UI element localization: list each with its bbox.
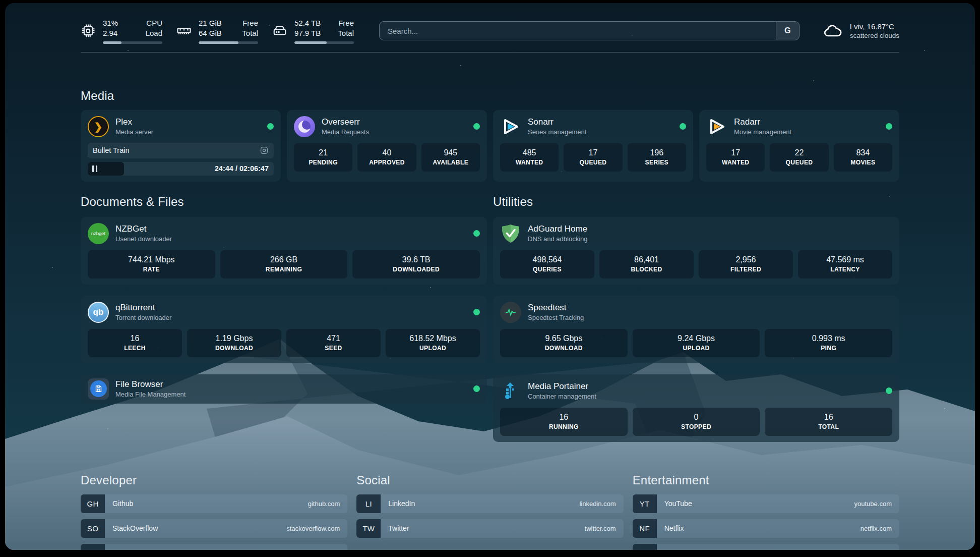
app-card-overseerr[interactable]: Overseerr Media Requests 21 PENDING 40 A… — [287, 110, 487, 182]
cpu-stat: 31% 2.94 CPU Load — [81, 18, 162, 44]
search-engine-button[interactable]: G — [776, 22, 799, 40]
stat-tile: 471 SEED — [286, 329, 381, 357]
stat-label: REMAINING — [266, 266, 302, 273]
stat-tile: 0.993 ms PING — [765, 329, 892, 357]
section-title-media: Media — [81, 89, 899, 103]
bookmark-name: Reddit — [657, 549, 685, 550]
bookmark-name: Github — [105, 499, 133, 508]
app-name: File Browser — [115, 379, 186, 389]
stat-tile: 40 APPROVED — [357, 143, 416, 172]
cpu-load-value: 2.94 — [103, 28, 132, 38]
app-card-qbittorrent[interactable]: qb qBittorrent Torrent downloader 16 LEE… — [81, 296, 487, 363]
bookmark-abbr: RE — [633, 544, 657, 550]
ram-free-label: Free — [239, 18, 258, 28]
bookmark-abbr: TW — [356, 519, 381, 538]
stat-tile: 17 QUEUED — [564, 143, 622, 172]
app-card-sonarr[interactable]: Sonarr Series management 485 WANTED 17 Q… — [493, 110, 693, 182]
stat-tile: 16 TOTAL — [765, 408, 892, 436]
disk-free-label: Free — [335, 18, 354, 28]
stat-value: 9.24 Gbps — [678, 334, 715, 343]
bookmark-github[interactable]: GH Github github.com — [81, 494, 347, 513]
cloud-icon — [823, 21, 843, 41]
qbittorrent-icon: qb — [88, 302, 109, 323]
ram-total-value: 64 GiB — [199, 28, 228, 38]
app-card-filebrowser[interactable]: File Browser Media File Management — [81, 374, 487, 404]
disk-progress-fill — [294, 41, 327, 44]
stat-value: 744.21 Mbps — [128, 255, 175, 264]
bookmark-name: LinkedIn — [381, 499, 415, 508]
search-input[interactable] — [380, 22, 776, 40]
bookmark-linkedin[interactable]: LI LinkedIn linkedin.com — [356, 494, 623, 513]
bookmark-netflix[interactable]: NF Netflix netflix.com — [633, 519, 899, 538]
stat-value: 16 — [131, 334, 140, 343]
stat-value: 16 — [559, 413, 568, 422]
bookmark-abbr: LI — [356, 494, 381, 513]
stat-label: UPLOAD — [419, 345, 446, 352]
app-desc: Movie management — [734, 128, 791, 136]
bookmark-abbr: YT — [633, 494, 657, 513]
stat-tile: 17 WANTED — [706, 143, 765, 172]
app-name: Media Portainer — [528, 381, 596, 392]
cpu-icon — [81, 23, 96, 38]
bookmark-url: linkedin.com — [579, 500, 623, 508]
section-title-social: Social — [356, 473, 623, 487]
bookmark-url: stackoverflow.com — [286, 525, 347, 532]
plex-now-playing: Bullet Train — [88, 143, 274, 158]
stat-label: STOPPED — [681, 423, 711, 430]
plex-progress-bar[interactable]: 24:44 / 02:06:47 — [88, 162, 274, 176]
stat-tile: 485 WANTED — [500, 143, 559, 172]
app-card-adguard[interactable]: AdGuard Home DNS and adblocking 498,564 … — [493, 217, 899, 285]
app-name: qBittorrent — [115, 303, 171, 313]
section-title-developer: Developer — [81, 473, 347, 487]
plex-icon: ❯ — [88, 116, 109, 137]
stat-label: DOWNLOADED — [393, 266, 440, 273]
app-name: NZBGet — [115, 224, 172, 234]
app-card-nzbget[interactable]: nzbget NZBGet Usenet downloader 744.21 M… — [81, 217, 487, 285]
app-card-speedtest[interactable]: Speedtest Speedtest Tracking 9.65 Gbps D… — [493, 296, 899, 363]
plex-elapsed-fill — [88, 162, 124, 176]
status-online-dot — [886, 387, 892, 394]
ram-total-label: Total — [239, 28, 258, 38]
stat-tile: 39.6 TB DOWNLOADED — [352, 250, 480, 278]
bookmark-twitter[interactable]: TW Twitter twitter.com — [356, 519, 623, 538]
disk-icon — [272, 23, 287, 38]
stat-value: 22 — [795, 148, 804, 157]
bookmark-dev[interactable]: DT DEV dev.to — [81, 544, 347, 550]
bookmark-youtube[interactable]: YT YouTube youtube.com — [633, 494, 899, 513]
stat-tile: 2,956 FILTERED — [699, 250, 793, 278]
app-card-plex[interactable]: ❯ Plex Media server Bullet Train — [81, 110, 281, 182]
section-title-utilities: Utilities — [493, 195, 899, 209]
speedtest-icon — [500, 302, 521, 323]
app-name: Plex — [115, 117, 153, 127]
header-divider — [81, 52, 899, 52]
media-grid: ❯ Plex Media server Bullet Train — [81, 110, 899, 182]
cpu-progress-track — [103, 41, 162, 44]
stat-label: APPROVED — [369, 159, 405, 166]
bookmark-stackoverflow[interactable]: SO StackOverflow stackoverflow.com — [81, 519, 347, 538]
bookmark-abbr: SO — [81, 519, 105, 538]
stat-value: 17 — [731, 148, 740, 157]
pause-icon[interactable] — [92, 165, 98, 172]
social-group: Social LI LinkedIn linkedin.com TW Twitt… — [356, 473, 623, 550]
disk-stat: 52.4 TB 97.9 TB Free Total — [272, 18, 354, 44]
stat-value: 16 — [824, 413, 833, 422]
weather-widget[interactable]: Lviv, 16.87°C scattered clouds — [823, 21, 899, 41]
sonarr-icon — [500, 116, 521, 137]
app-card-radarr[interactable]: Radarr Movie management 17 WANTED 22 QUE… — [699, 110, 899, 182]
app-card-portainer[interactable]: Media Portainer Container management 16 … — [493, 374, 899, 442]
stat-label: BLOCKED — [631, 266, 662, 273]
stat-label: LATENCY — [830, 266, 860, 273]
cpu-progress-fill — [103, 41, 121, 44]
bookmark-reddit[interactable]: RE Reddit reddit.com — [633, 544, 899, 550]
stat-value: 40 — [383, 148, 392, 157]
app-name: AdGuard Home — [528, 224, 588, 234]
status-online-dot — [267, 123, 274, 130]
stat-label: PENDING — [309, 159, 337, 166]
stat-value: 0 — [694, 413, 699, 422]
stat-value: 21 — [319, 148, 328, 157]
stat-value: 86,401 — [634, 255, 659, 264]
app-name: Overseerr — [322, 117, 369, 127]
stat-label: RATE — [143, 266, 160, 273]
disk-total-label: Total — [335, 28, 354, 38]
stat-label: WANTED — [516, 159, 543, 166]
